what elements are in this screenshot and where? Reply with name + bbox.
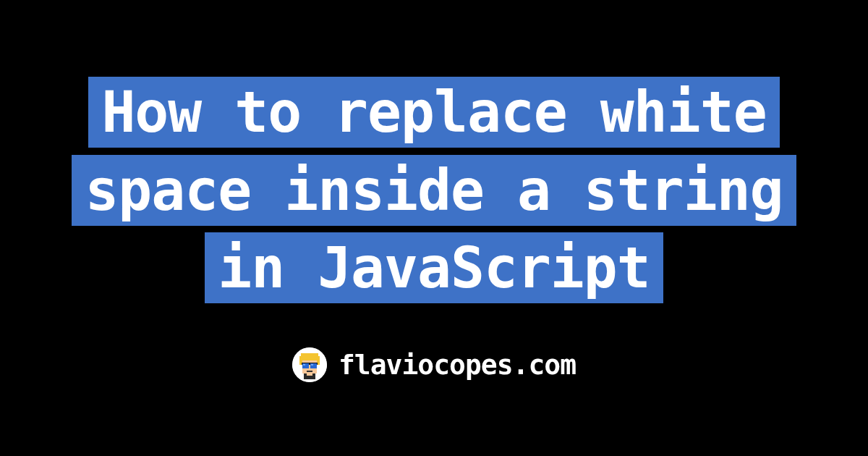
svg-rect-8	[303, 364, 305, 366]
site-name: flaviocopes.com	[339, 349, 576, 381]
title-container: How to replace white space inside a stri…	[51, 74, 817, 308]
avatar-pixel-art	[292, 347, 327, 382]
footer: flaviocopes.com	[292, 347, 576, 382]
svg-rect-10	[307, 371, 312, 372]
svg-rect-12	[307, 373, 312, 376]
svg-rect-9	[311, 364, 313, 366]
page-title: How to replace white space inside a stri…	[72, 77, 796, 303]
avatar-icon	[292, 347, 327, 382]
